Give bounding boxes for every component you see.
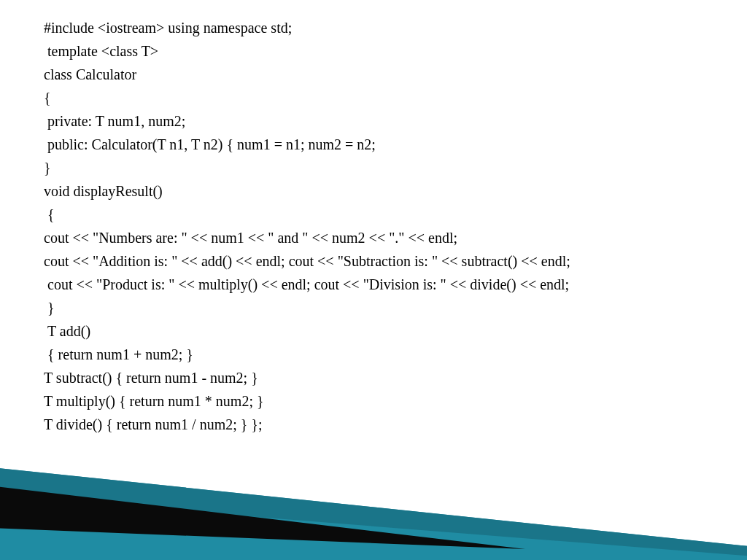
code-line: T add() — [44, 319, 703, 343]
code-line: cout << "Product is: " << multiply() << … — [44, 273, 703, 296]
code-line: public: Calculator(T n1, T n2) { num1 = … — [44, 133, 703, 156]
code-line: { — [44, 203, 703, 226]
code-line: cout << "Addition is: " << add() << endl… — [44, 249, 703, 273]
code-line: T subtract() { return num1 - num2; } — [44, 366, 703, 389]
svg-marker-0 — [0, 491, 747, 560]
code-line: class Calculator — [44, 63, 703, 86]
code-line: T multiply() { return num1 * num2; } — [44, 389, 703, 413]
code-line: template <class T> — [44, 39, 703, 63]
svg-marker-2 — [0, 465, 747, 560]
code-line: #include <iostream> using namespace std; — [44, 16, 703, 39]
code-line: { return num1 + num2; } — [44, 343, 703, 366]
code-line: cout << "Numbers are: " << num1 << " and… — [44, 226, 703, 249]
code-line: private: T num1, num2; — [44, 109, 703, 133]
svg-marker-3 — [0, 483, 525, 549]
code-line: } — [44, 156, 703, 179]
slide: #include <iostream> using namespace std;… — [0, 0, 747, 560]
code-line: } — [44, 296, 703, 319]
code-line: { — [44, 86, 703, 109]
code-line: T divide() { return num1 / num2; } }; — [44, 413, 703, 436]
code-line: void displayResult() — [44, 179, 703, 203]
code-block: #include <iostream> using namespace std;… — [44, 16, 703, 436]
slide-decoration-icon — [0, 421, 747, 560]
svg-marker-1 — [0, 465, 747, 560]
